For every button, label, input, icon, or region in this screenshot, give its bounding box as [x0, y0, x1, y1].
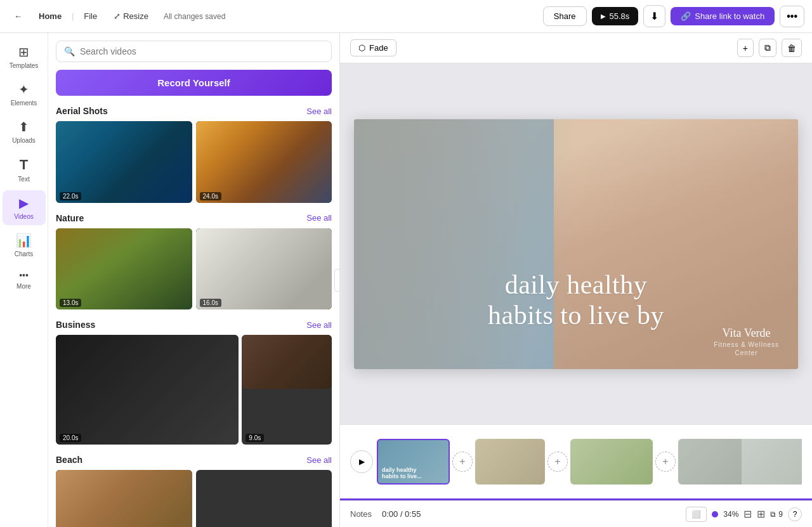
nature-video-2[interactable]: 16.0s: [196, 228, 332, 310]
sidebar-label-text: Text: [18, 176, 29, 183]
fade-button[interactable]: ⬡ Fade: [350, 39, 396, 56]
sidebar-item-text[interactable]: T Text: [3, 152, 46, 188]
sidebar-item-more[interactable]: ••• More: [3, 265, 46, 295]
charts-icon: 📊: [16, 233, 32, 248]
beach-section-header: Beach See all: [56, 455, 332, 465]
nature-duration-2: 16.0s: [200, 299, 221, 307]
dot-indicator[interactable]: [712, 511, 718, 517]
play-time-label: 55.8s: [610, 11, 630, 21]
videos-icon: ▶: [19, 195, 29, 211]
share-label: Share: [554, 11, 576, 21]
notes-label: Notes: [350, 509, 372, 519]
share-button[interactable]: Share: [543, 6, 587, 26]
canvas-headline: daily healthy habits to live by: [354, 270, 798, 331]
page-icon: ⧉: [770, 510, 776, 519]
aerial-video-2[interactable]: 24.0s: [196, 121, 332, 203]
search-input[interactable]: [80, 46, 324, 56]
share-watch-button[interactable]: 🔗 Share link to watch: [671, 7, 775, 25]
nature-section-header: Nature See all: [56, 213, 332, 223]
sidebar-label-videos: Videos: [14, 213, 33, 220]
sidebar-item-elements[interactable]: ✦ Elements: [3, 77, 46, 112]
beach-see-all[interactable]: See all: [306, 455, 332, 465]
nature-see-all[interactable]: See all: [306, 213, 332, 223]
sidebar-item-uploads[interactable]: ⬆ Uploads: [3, 114, 46, 149]
elements-icon: ✦: [18, 82, 29, 97]
timeline-track: ▶ daily healthyhabits to live... + + +: [340, 425, 812, 498]
sidebar-label-elements: Elements: [11, 100, 37, 107]
search-icon: 🔍: [64, 46, 75, 56]
copy-clip-button[interactable]: ⧉: [759, 39, 776, 57]
download-button[interactable]: ⬇: [643, 5, 665, 27]
help-button[interactable]: ?: [788, 507, 802, 521]
timeline-clip-3[interactable]: [570, 439, 653, 485]
business-section-header: Business See all: [56, 320, 332, 330]
canvas-toolbar-right: + ⧉ 🗑: [737, 39, 802, 57]
search-bar[interactable]: 🔍: [56, 41, 332, 62]
sidebar-item-charts[interactable]: 📊 Charts: [3, 228, 46, 263]
sidebar-label-more: More: [16, 283, 31, 290]
canvas-brand[interactable]: Vita Verde Fitness & Wellness Center: [714, 327, 779, 356]
view-mode-button[interactable]: ⬜: [686, 507, 707, 522]
delete-clip-button[interactable]: 🗑: [782, 39, 802, 57]
aerial-video-1[interactable]: 22.0s: [56, 121, 192, 203]
record-yourself-button[interactable]: Record Yourself: [56, 70, 332, 96]
beach-grid: 15.0s 38.0s: [56, 470, 332, 527]
sidebar-item-templates[interactable]: ⊞ Templates: [3, 39, 46, 74]
home-button[interactable]: Home: [32, 8, 68, 25]
hide-panel-button[interactable]: ‹: [334, 269, 340, 292]
business-video-3[interactable]: 9.0s: [242, 335, 332, 445]
sidebar-item-videos[interactable]: ▶ Videos: [3, 190, 46, 225]
business-video-1[interactable]: 20.0s: [56, 335, 239, 445]
nature-video-1[interactable]: 13.0s: [56, 228, 192, 310]
more-icon: •••: [787, 11, 797, 22]
download-icon: ⬇: [650, 11, 658, 22]
timeline-clip-2[interactable]: [475, 439, 545, 485]
notes-button[interactable]: Notes: [350, 509, 372, 519]
zoom-in-button[interactable]: ⊞: [757, 508, 765, 520]
sidebar-label-templates: Templates: [10, 62, 39, 69]
add-after-clip-1[interactable]: +: [452, 452, 473, 472]
resize-button[interactable]: ⤢ Resize: [107, 8, 155, 25]
nature-title: Nature: [56, 213, 84, 223]
fade-icon: ⬡: [358, 43, 365, 53]
aerial-duration-2: 24.0s: [200, 192, 221, 200]
beach-title: Beach: [56, 455, 82, 465]
beach-video-2[interactable]: 38.0s: [196, 470, 332, 527]
back-button[interactable]: ←: [8, 8, 29, 25]
nature-duration-1: 13.0s: [60, 299, 81, 307]
add-after-clip-2[interactable]: +: [547, 452, 568, 472]
file-button[interactable]: File: [77, 8, 103, 25]
aerial-duration-1: 22.0s: [60, 192, 81, 200]
resize-label: Resize: [123, 11, 148, 21]
aerial-see-all[interactable]: See all: [306, 107, 332, 116]
save-status: All changes saved: [164, 12, 225, 21]
play-time-button[interactable]: ▶ 55.8s: [592, 7, 639, 25]
clip-1-label: daily healthyhabits to live...: [382, 467, 422, 479]
beach-video-1[interactable]: 15.0s: [56, 470, 192, 527]
canvas-text-block[interactable]: daily healthy habits to live by: [354, 270, 798, 331]
timeline-clip-4[interactable]: [678, 439, 802, 485]
templates-icon: ⊞: [18, 44, 29, 60]
aerial-title: Aerial Shots: [56, 106, 108, 116]
add-after-clip-3[interactable]: +: [655, 452, 676, 472]
add-to-clip-button[interactable]: +: [737, 39, 754, 57]
share-watch-icon: 🔗: [681, 11, 691, 21]
business-title: Business: [56, 320, 95, 330]
timeline-play-button[interactable]: ▶: [350, 450, 373, 473]
sidebar-label-uploads: Uploads: [12, 137, 36, 144]
timeline-clip-1[interactable]: daily healthyhabits to live...: [377, 439, 450, 485]
more-options-button[interactable]: •••: [780, 6, 804, 27]
text-icon: T: [20, 157, 28, 173]
zoom-out-button[interactable]: ⊟: [743, 508, 752, 520]
headline-line1: daily healthy: [354, 270, 798, 300]
aerial-section-header: Aerial Shots See all: [56, 106, 332, 116]
business-see-all[interactable]: See all: [306, 320, 332, 330]
canvas-frame: daily healthy habits to live by Vita Ver…: [354, 119, 798, 369]
canvas-toolbar: ⬡ Fade + ⧉ 🗑: [340, 33, 812, 63]
main-area: ⊞ Templates ✦ Elements ⬆ Uploads T Text …: [0, 33, 812, 527]
more-icon: •••: [19, 270, 29, 280]
play-icon: ▶: [601, 13, 606, 20]
nature-grid: 13.0s 16.0s: [56, 228, 332, 310]
business-duration-1: 20.0s: [60, 434, 81, 442]
home-label: Home: [39, 11, 62, 21]
